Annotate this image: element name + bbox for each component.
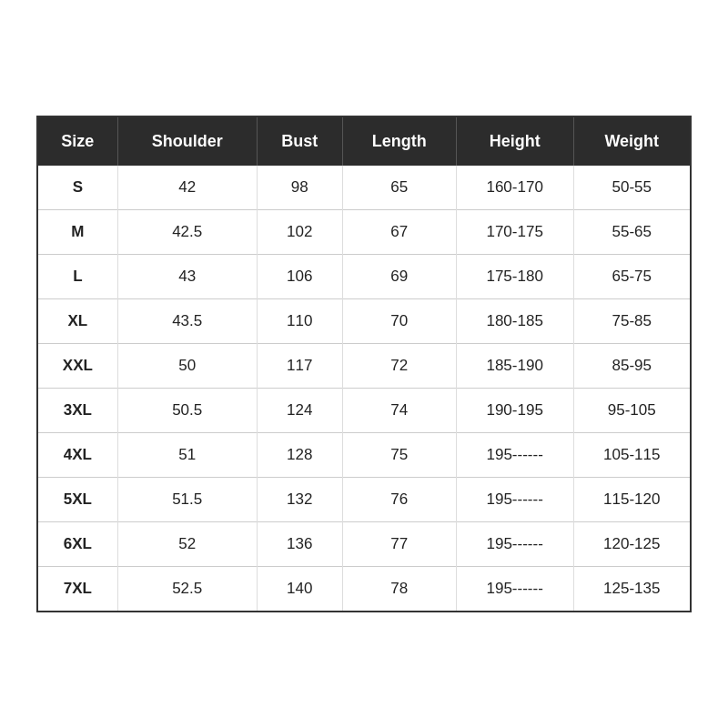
- data-cell: 195------: [456, 522, 573, 567]
- data-cell: 110: [257, 299, 342, 344]
- data-cell: 51.5: [117, 478, 257, 522]
- table-row: 4XL5112875195------105-115: [38, 433, 690, 478]
- data-cell: 52.5: [117, 567, 257, 612]
- data-cell: 42.5: [117, 210, 257, 255]
- data-cell: 170-175: [456, 210, 573, 255]
- data-cell: 195------: [456, 478, 573, 522]
- data-cell: 195------: [456, 433, 573, 478]
- size-chart-container: SizeShoulderBustLengthHeightWeight S4298…: [36, 116, 692, 612]
- size-cell: 5XL: [38, 478, 117, 522]
- data-cell: 50.5: [117, 389, 257, 433]
- size-cell: XXL: [38, 344, 117, 389]
- size-cell: 3XL: [38, 389, 117, 433]
- table-row: 5XL51.513276195------115-120: [38, 478, 690, 522]
- size-cell: 7XL: [38, 567, 117, 612]
- table-row: S429865160-17050-55: [38, 166, 690, 210]
- data-cell: 75-85: [573, 299, 690, 344]
- size-cell: 4XL: [38, 433, 117, 478]
- data-cell: 140: [257, 567, 342, 612]
- data-cell: 132: [257, 478, 342, 522]
- data-cell: 51: [117, 433, 257, 478]
- data-cell: 55-65: [573, 210, 690, 255]
- data-cell: 160-170: [456, 166, 573, 210]
- data-cell: 120-125: [573, 522, 690, 567]
- data-cell: 77: [342, 522, 456, 567]
- data-cell: 78: [342, 567, 456, 612]
- data-cell: 43: [117, 255, 257, 299]
- data-cell: 52: [117, 522, 257, 567]
- header-height: Height: [456, 117, 573, 166]
- data-cell: 115-120: [573, 478, 690, 522]
- size-chart-table: SizeShoulderBustLengthHeightWeight S4298…: [38, 117, 690, 611]
- data-cell: 175-180: [456, 255, 573, 299]
- data-cell: 125-135: [573, 567, 690, 612]
- data-cell: 43.5: [117, 299, 257, 344]
- data-cell: 50-55: [573, 166, 690, 210]
- table-row: XL43.511070180-18575-85: [38, 299, 690, 344]
- data-cell: 69: [342, 255, 456, 299]
- data-cell: 136: [257, 522, 342, 567]
- header-bust: Bust: [257, 117, 342, 166]
- header-size: Size: [38, 117, 117, 166]
- data-cell: 195------: [456, 567, 573, 612]
- data-cell: 72: [342, 344, 456, 389]
- data-cell: 102: [257, 210, 342, 255]
- size-cell: M: [38, 210, 117, 255]
- data-cell: 85-95: [573, 344, 690, 389]
- data-cell: 124: [257, 389, 342, 433]
- header-shoulder: Shoulder: [117, 117, 257, 166]
- table-row: L4310669175-18065-75: [38, 255, 690, 299]
- data-cell: 98: [257, 166, 342, 210]
- data-cell: 180-185: [456, 299, 573, 344]
- data-cell: 65-75: [573, 255, 690, 299]
- data-cell: 117: [257, 344, 342, 389]
- data-cell: 42: [117, 166, 257, 210]
- data-cell: 75: [342, 433, 456, 478]
- size-cell: S: [38, 166, 117, 210]
- size-cell: L: [38, 255, 117, 299]
- header-weight: Weight: [573, 117, 690, 166]
- data-cell: 70: [342, 299, 456, 344]
- table-row: 7XL52.514078195------125-135: [38, 567, 690, 612]
- table-row: 6XL5213677195------120-125: [38, 522, 690, 567]
- data-cell: 106: [257, 255, 342, 299]
- table-header-row: SizeShoulderBustLengthHeightWeight: [38, 117, 690, 166]
- data-cell: 50: [117, 344, 257, 389]
- data-cell: 95-105: [573, 389, 690, 433]
- size-cell: XL: [38, 299, 117, 344]
- table-row: 3XL50.512474190-19595-105: [38, 389, 690, 433]
- data-cell: 185-190: [456, 344, 573, 389]
- data-cell: 190-195: [456, 389, 573, 433]
- data-cell: 128: [257, 433, 342, 478]
- table-body: S429865160-17050-55M42.510267170-17555-6…: [38, 166, 690, 611]
- data-cell: 76: [342, 478, 456, 522]
- data-cell: 67: [342, 210, 456, 255]
- table-row: XXL5011772185-19085-95: [38, 344, 690, 389]
- size-cell: 6XL: [38, 522, 117, 567]
- header-length: Length: [342, 117, 456, 166]
- table-row: M42.510267170-17555-65: [38, 210, 690, 255]
- data-cell: 65: [342, 166, 456, 210]
- data-cell: 105-115: [573, 433, 690, 478]
- data-cell: 74: [342, 389, 456, 433]
